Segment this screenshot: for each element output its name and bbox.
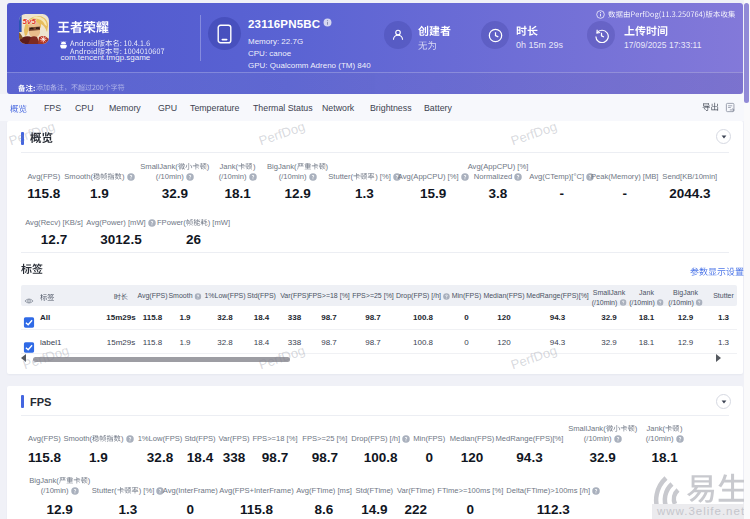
svg-text:5v5: 5v5 xyxy=(23,17,37,26)
